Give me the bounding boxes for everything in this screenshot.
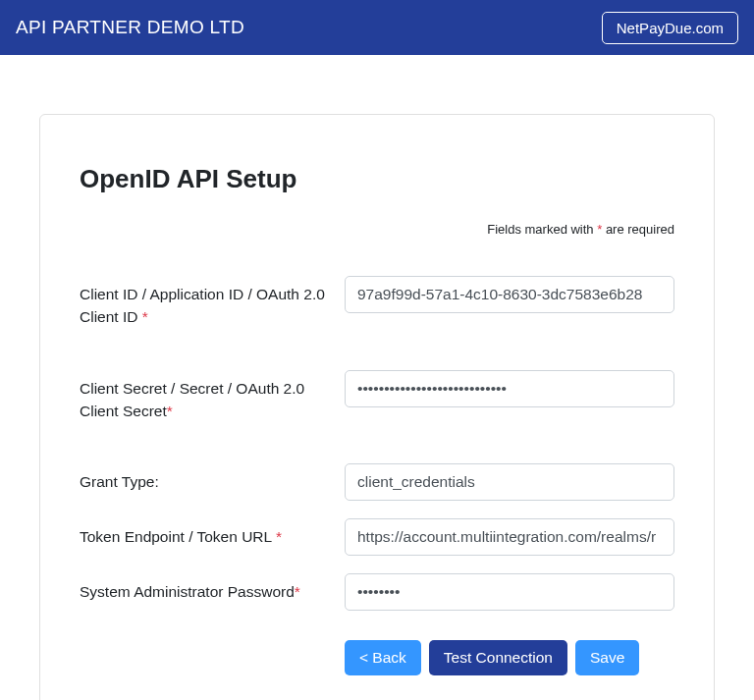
row-client-id: Client ID / Application ID / OAuth 2.0 C… xyxy=(80,276,674,329)
save-button[interactable]: Save xyxy=(575,640,639,675)
admin-password-input[interactable] xyxy=(345,573,674,611)
page-title: OpenID API Setup xyxy=(80,164,674,194)
required-star-icon: * xyxy=(167,403,173,419)
grant-type-input[interactable] xyxy=(345,463,674,501)
required-star-icon: * xyxy=(276,528,282,545)
required-note-suffix: are required xyxy=(602,222,674,237)
row-admin-password: System Administrator Password* xyxy=(80,573,674,611)
row-grant-type: Grant Type: xyxy=(80,463,674,501)
setup-card: OpenID API Setup Fields marked with * ar… xyxy=(39,114,715,700)
required-star-icon: * xyxy=(142,308,148,325)
client-secret-input[interactable] xyxy=(345,370,674,407)
label-grant-type: Grant Type: xyxy=(80,463,345,493)
back-button[interactable]: < Back xyxy=(345,640,421,675)
label-admin-password: System Administrator Password* xyxy=(80,573,345,603)
required-note-prefix: Fields marked with xyxy=(487,222,597,237)
row-client-secret: Client Secret / Secret / OAuth 2.0 Clien… xyxy=(80,370,674,423)
label-token-endpoint: Token Endpoint / Token URL * xyxy=(80,518,345,548)
token-endpoint-input[interactable] xyxy=(345,518,674,556)
label-client-secret: Client Secret / Secret / OAuth 2.0 Clien… xyxy=(80,370,345,423)
client-id-input[interactable] xyxy=(345,276,674,313)
brand-title: API PARTNER DEMO LTD xyxy=(16,17,244,38)
label-client-id: Client ID / Application ID / OAuth 2.0 C… xyxy=(80,276,345,329)
row-token-endpoint: Token Endpoint / Token URL * xyxy=(80,518,674,556)
required-star-icon: * xyxy=(295,583,300,600)
required-note: Fields marked with * are required xyxy=(80,222,674,237)
test-connection-button[interactable]: Test Connection xyxy=(429,640,567,675)
button-row: < Back Test Connection Save xyxy=(345,640,674,675)
site-link[interactable]: NetPayDue.com xyxy=(602,12,738,44)
navbar: API PARTNER DEMO LTD NetPayDue.com xyxy=(0,0,754,55)
main-container: OpenID API Setup Fields marked with * ar… xyxy=(0,55,754,700)
